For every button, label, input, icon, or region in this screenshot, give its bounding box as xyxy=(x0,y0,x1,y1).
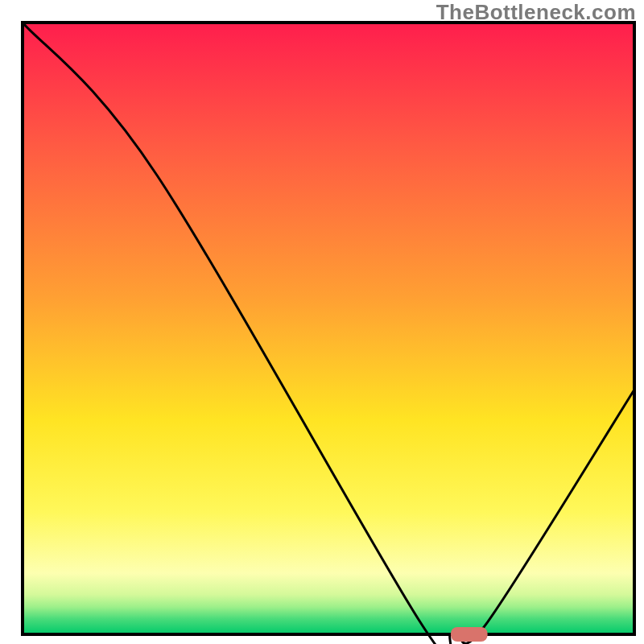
trough-marker xyxy=(451,627,488,642)
watermark-text: TheBottleneck.com xyxy=(436,0,636,25)
plot-area xyxy=(23,23,634,634)
chart-container: TheBottleneck.com xyxy=(0,0,644,644)
chart-svg xyxy=(0,0,644,644)
